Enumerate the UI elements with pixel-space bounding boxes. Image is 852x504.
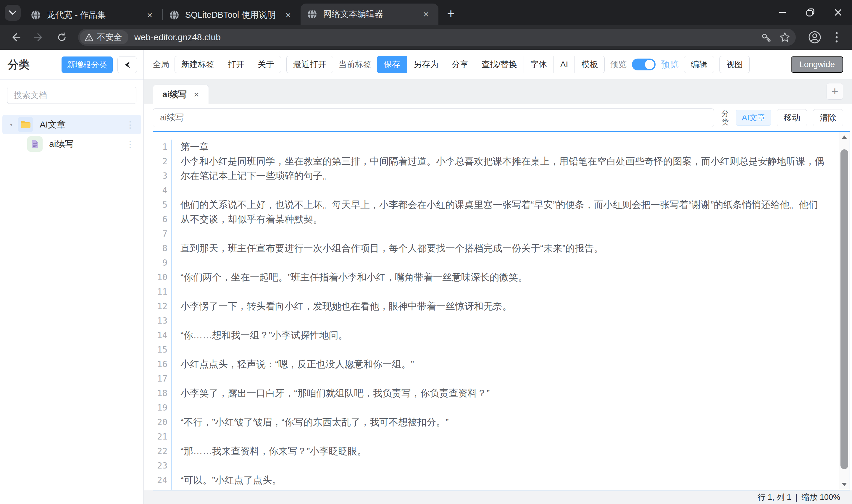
text-editor[interactable]: 1234567891011121314151617181920212223242… [153, 131, 850, 490]
editor-line-text: “不行，”小红皱了皱眉，“你写的东西太乱了，我可不想被扣分。” [180, 415, 839, 430]
share-button[interactable]: 分享 [445, 56, 475, 73]
new-tab-button[interactable]: + [442, 5, 459, 22]
category-label-line2: 类 [720, 118, 730, 126]
editor-line-text [180, 430, 839, 444]
edit-button[interactable]: 编辑 [684, 56, 714, 73]
editor-lines[interactable]: 第一章小李和小红是同班同学，坐在教室的第三排，中间隔着过道。小李总喜欢把课本摊在… [171, 140, 839, 490]
restore-icon [806, 8, 815, 17]
url-text: web-editor.gnz48.club [134, 32, 756, 42]
line-number: 25 [153, 487, 167, 490]
template-button[interactable]: 模板 [575, 56, 605, 73]
editor-line-text [180, 255, 839, 270]
editor-line-text: “你……想和我一组？”小李试探性地问。 [180, 328, 839, 342]
line-number: 14 [153, 328, 167, 342]
url-bar[interactable]: 不安全 web-editor.gnz48.club [78, 29, 796, 46]
tab-close-icon[interactable]: × [143, 8, 156, 22]
warning-icon [85, 33, 93, 41]
clear-button[interactable]: 清除 [813, 109, 843, 126]
close-window-button[interactable] [824, 0, 852, 25]
browser-addressbar: 不安全 web-editor.gnz48.club [0, 25, 852, 50]
minimize-button[interactable] [768, 0, 796, 25]
security-chip[interactable]: 不安全 [80, 30, 128, 44]
browser-tab-1[interactable]: 龙代宽 - 作品集 × [24, 5, 162, 25]
line-number: 9 [153, 255, 167, 270]
line-number: 7 [153, 227, 167, 241]
tab-close-icon[interactable]: × [419, 8, 433, 21]
move-button[interactable]: 移动 [777, 109, 807, 126]
more-actions-icon[interactable]: ⋮ [126, 139, 135, 149]
open-button[interactable]: 打开 [221, 56, 251, 73]
scrollbar-thumb[interactable] [840, 149, 848, 469]
font-button[interactable]: 字体 [524, 56, 554, 73]
longwide-brand-button[interactable]: Longwide [791, 56, 843, 73]
maximize-button[interactable] [796, 0, 824, 25]
document-title-row: 分 类 AI文章 移动 清除 [144, 104, 852, 131]
add-document-tab-button[interactable]: + [827, 83, 843, 100]
save-button[interactable]: 保存 [377, 56, 407, 73]
line-number: 20 [153, 415, 167, 430]
new-tag-button[interactable]: 新建标签 [175, 56, 221, 73]
browser-tab-3-active[interactable]: 网络文本编辑器 × [301, 3, 438, 25]
bookmark-button[interactable] [777, 29, 793, 45]
line-number: 2 [153, 154, 167, 168]
about-button[interactable]: 关于 [251, 56, 281, 73]
editor-line-text [180, 183, 839, 198]
editor-line-text: 从不交谈，却似乎有着某种默契。 [180, 212, 839, 227]
search-input[interactable] [7, 87, 137, 104]
editor-line-text: 尔在笔记本上记下一些琐碎的句子。 [180, 168, 839, 183]
editor-line-text [180, 458, 839, 473]
line-number: 17 [153, 372, 167, 386]
browser-tab-2[interactable]: SQLiteDBTool 使用说明 × [163, 5, 301, 25]
tab-close-icon[interactable]: × [282, 8, 295, 22]
reload-button[interactable] [53, 28, 71, 47]
find-replace-button[interactable]: 查找/替换 [475, 56, 524, 73]
collapse-sidebar-button[interactable] [117, 56, 137, 73]
line-number: 21 [153, 430, 167, 444]
tree-item-doc[interactable]: ai续写 ⋮ [2, 134, 141, 154]
cursor-position-text: 行 1, 列 1 [757, 492, 791, 503]
document-tabstrip: ai续写 × + [144, 79, 852, 104]
more-actions-icon[interactable]: ⋮ [126, 120, 135, 130]
editor-line-text: 小李和小红是同班同学，坐在教室的第三排，中间隔着过道。小李总喜欢把课本摊在桌上，… [180, 154, 839, 168]
document-tab-close-icon[interactable]: × [194, 90, 199, 100]
editor-line-text: 第一章 [180, 140, 839, 154]
editor-line-text [180, 372, 839, 386]
line-number: 15 [153, 342, 167, 357]
global-section-label: 全局 [153, 59, 169, 70]
category-chip[interactable]: AI文章 [736, 110, 771, 126]
kebab-menu-icon [835, 31, 838, 44]
recent-open-button[interactable]: 最近打开 [286, 56, 333, 73]
profile-button[interactable] [806, 29, 823, 46]
scroll-up-button[interactable] [839, 132, 850, 143]
key-icon [761, 32, 772, 42]
scrollbar-track[interactable] [839, 143, 850, 479]
document-title-input[interactable] [153, 108, 714, 127]
document-tab-active[interactable]: ai续写 × [153, 85, 209, 104]
browser-menu-button[interactable] [828, 29, 846, 46]
tree-item-folder[interactable]: ▾ AI文章 ⋮ [2, 115, 141, 134]
line-number: 12 [153, 299, 167, 313]
line-number: 11 [153, 285, 167, 299]
preview-toggle[interactable] [632, 58, 656, 70]
sidebar-search-section [0, 79, 144, 111]
scroll-down-button[interactable] [839, 479, 850, 490]
editor-line-text [180, 313, 839, 328]
triangle-down-icon [841, 482, 847, 487]
current-tag-section-label: 当前标签 [339, 59, 371, 70]
caret-down-icon[interactable]: ▾ [5, 122, 18, 127]
line-number: 8 [153, 241, 167, 255]
back-button[interactable] [6, 28, 25, 47]
minimize-icon [778, 8, 786, 17]
view-button[interactable]: 视图 [720, 56, 750, 73]
ai-button[interactable]: AI [554, 56, 575, 73]
password-manager-button[interactable] [759, 29, 775, 45]
forward-button[interactable] [30, 28, 48, 47]
save-as-button[interactable]: 另存为 [407, 56, 445, 73]
add-root-category-button[interactable]: 新增根分类 [61, 56, 113, 73]
editor-toolbar: 全局 新建标签 打开 关于 最近打开 当前标签 保存 另存为 分享 查找/替换 … [144, 50, 852, 79]
preview-link[interactable]: 预览 [661, 58, 678, 71]
status-bar: 行 1, 列 1 | 缩放 100% [144, 490, 852, 504]
tab-search-button[interactable] [5, 5, 21, 21]
line-number: 24 [153, 473, 167, 487]
editor-scrollbar[interactable] [839, 132, 850, 490]
